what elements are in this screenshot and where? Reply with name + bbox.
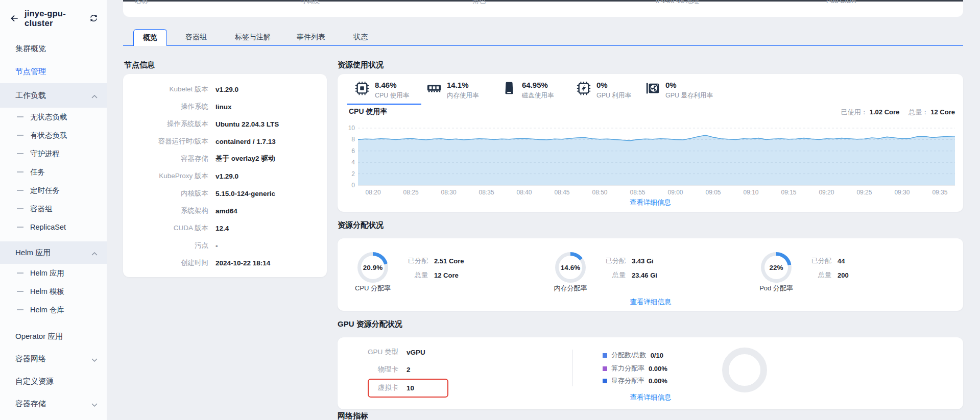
gpu-type-row: GPU 类型vGPU: [352, 348, 425, 357]
screen: jinye-gpu-cluster 集群概览 节点管理 工作负载 无状态负载 有…: [0, 0, 980, 420]
node-info-row: 内核版本5.15.0-124-generic: [131, 185, 327, 202]
sidebar-item-cronjobs[interactable]: 定时任务: [0, 181, 107, 200]
metric-disk-usage[interactable]: 64.95%磁盘使用率: [501, 81, 554, 100]
legend-allocated-count: 分配数/总数 0/10: [603, 350, 663, 360]
sidebar-item-helm-apps[interactable]: Helm 应用: [0, 264, 107, 282]
network-metrics-title: 网络指标: [338, 411, 368, 420]
chevron-down-icon: [91, 355, 98, 363]
divider: [572, 350, 573, 386]
sidebar-section-workloads[interactable]: 工作负载: [0, 83, 107, 108]
svg-text:09:30: 09:30: [894, 189, 910, 196]
memory-allocation-label: 内存分配率: [540, 284, 601, 293]
tab-pods[interactable]: 容器组: [185, 29, 207, 45]
back-icon[interactable]: [9, 13, 20, 24]
tab-status[interactable]: 状态: [353, 29, 368, 45]
svg-text:08:35: 08:35: [479, 189, 494, 196]
tab-overview[interactable]: 概览: [133, 29, 167, 46]
node-info-title: 节点信息: [124, 60, 155, 70]
sidebar-item-deployments[interactable]: 无状态负载: [0, 108, 107, 126]
resource-usage-card: 8.46%CPU 使用率 14.1%内存使用率 64.95%磁盘使用率 0%GP…: [338, 74, 963, 212]
node-info-row: 容器运行时/版本containerd / 1.7.13: [131, 133, 327, 150]
sidebar-item-cluster-overview[interactable]: 集群概览: [0, 37, 107, 60]
svg-text:08:20: 08:20: [366, 189, 381, 196]
svg-text:09:10: 09:10: [743, 189, 758, 196]
svg-text:09:20: 09:20: [819, 189, 834, 196]
svg-text:2: 2: [351, 170, 355, 178]
allocation-detail-link[interactable]: 查看详细信息: [630, 298, 672, 307]
table-header-schedulable: 可调度: [300, 0, 320, 5]
sidebar-item-replicasets[interactable]: ReplicaSet: [0, 218, 107, 236]
gpu-chip-icon: [576, 81, 591, 100]
gpu-memory-icon: [645, 81, 660, 100]
cluster-title: jinye-gpu-cluster: [25, 9, 89, 28]
sidebar-item-operator-apps[interactable]: Operator 应用: [0, 325, 107, 348]
node-info-row: 污点-: [131, 237, 327, 254]
node-info-row: Kubelet 版本v1.29.0: [131, 81, 327, 98]
legend-compute-allocation: 算力分配率 0.00%: [603, 363, 667, 374]
metric-gpu-utilization[interactable]: 0%GPU 利用率: [576, 81, 631, 100]
sidebar-section-helm[interactable]: Helm 应用: [0, 241, 107, 264]
sidebar-item-jobs[interactable]: 任务: [0, 163, 107, 181]
node-info-row: KubeProxy 版本v1.29.0: [131, 167, 327, 185]
resource-usage-title: 资源使用状况: [338, 60, 384, 70]
table-header-name: 名称: [135, 0, 148, 5]
sidebar-item-custom-resources[interactable]: 自定义资源: [0, 370, 107, 392]
metric-gpu-memory-utilization[interactable]: 0%GPU 显存利用率: [645, 81, 713, 100]
metric-memory-usage[interactable]: 14.1%内存使用率: [426, 81, 479, 100]
cpu-allocation-donut: 20.9%: [357, 252, 388, 283]
svg-text:08:55: 08:55: [630, 189, 645, 196]
gpu-allocation-donut: [722, 348, 767, 392]
node-info-row: 容器存储基于 overlay2 驱动: [131, 150, 327, 167]
refresh-icon[interactable]: [89, 14, 99, 23]
svg-text:09:25: 09:25: [856, 189, 872, 196]
cpu-usage-summary: 已使用：1.02 Core总量：12 Core: [841, 108, 955, 117]
chevron-down-icon: [91, 400, 98, 408]
sidebar-item-statefulsets[interactable]: 有状态负载: [0, 126, 107, 144]
node-info-row: 系统架构amd64: [131, 202, 327, 219]
memory-allocation-donut: 14.6%: [555, 252, 586, 283]
node-table-card: 名称 可调度 角色 IPv4/IPv6 地址 Pod CIDR: [123, 0, 963, 17]
legend-marker: [603, 379, 607, 383]
pod-allocation-donut: 22%: [761, 252, 792, 283]
sidebar-header: jinye-gpu-cluster: [0, 0, 107, 37]
svg-text:4: 4: [351, 159, 355, 166]
cpu-allocation-stats: 已分配2.51 Core 总量12 Core: [394, 254, 464, 282]
legend-marker: [603, 366, 607, 371]
tab-labels-annotations[interactable]: 标签与注解: [235, 29, 271, 45]
active-metric-underline: [347, 104, 421, 105]
svg-text:09:00: 09:00: [667, 189, 683, 196]
svg-text:09:35: 09:35: [932, 189, 947, 196]
sidebar-item-helm-templates[interactable]: Helm 模板: [0, 282, 107, 301]
sidebar-item-node-management[interactable]: 节点管理: [0, 60, 107, 83]
tab-events[interactable]: 事件列表: [297, 29, 325, 45]
sidebar-section-container-storage[interactable]: 容器存储: [0, 392, 107, 415]
memory-allocation-stats: 已分配3.43 Gi 总量23.46 Gi: [592, 254, 657, 282]
svg-text:09:05: 09:05: [705, 189, 721, 196]
virtual-card-highlight-box: [368, 379, 448, 398]
gpu-allocation-title: GPU 资源分配状况: [338, 319, 402, 329]
usage-detail-link[interactable]: 查看详细信息: [630, 198, 671, 207]
tab-bar: 概览 容器组 标签与注解 事件列表 状态: [123, 29, 963, 46]
pod-allocation-label: Pod 分配率: [746, 284, 807, 293]
sidebar-section-container-network[interactable]: 容器网络: [0, 348, 107, 370]
cpu-chip-icon: [354, 81, 370, 100]
resource-allocation-title: 资源分配状况: [338, 220, 384, 230]
table-header-pod-cidr: Pod CIDR: [826, 0, 856, 5]
physical-card-row: 物理卡2: [352, 365, 411, 374]
gpu-detail-link[interactable]: 查看详细信息: [630, 393, 672, 402]
sidebar-item-helm-repos[interactable]: Helm 仓库: [0, 301, 107, 319]
node-info-row: CUDA 版本12.4: [131, 219, 327, 237]
pod-allocation-stats: 已分配44 总量200: [798, 254, 849, 282]
cpu-chart-title: CPU 使用率: [349, 107, 387, 116]
svg-text:08:45: 08:45: [554, 189, 569, 196]
svg-text:8: 8: [351, 136, 355, 143]
metric-cpu-usage[interactable]: 8.46%CPU 使用率: [354, 81, 409, 100]
svg-text:6: 6: [351, 147, 355, 155]
sidebar-item-daemonsets[interactable]: 守护进程: [0, 144, 107, 163]
legend-memory-allocation: 显存分配率 0.00%: [603, 376, 667, 386]
node-info-row: 创建时间2024-10-22 18:14: [131, 254, 327, 271]
sidebar-item-pods[interactable]: 容器组: [0, 200, 107, 218]
disk-icon: [501, 81, 517, 100]
memory-icon: [426, 81, 442, 100]
svg-text:08:30: 08:30: [441, 189, 457, 196]
